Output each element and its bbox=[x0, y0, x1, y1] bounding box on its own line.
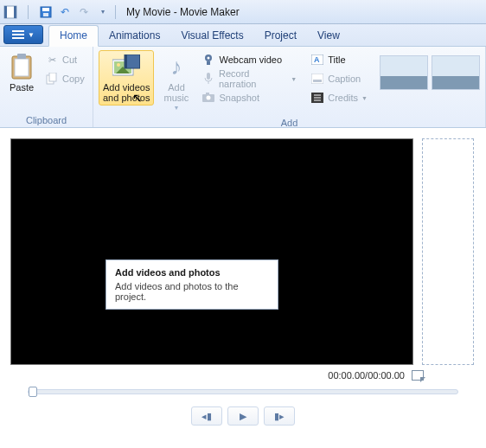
chevron-down-icon: ▼ bbox=[291, 76, 297, 82]
webcam-label: Webcam video bbox=[219, 54, 282, 65]
step-forward-icon: ▮▸ bbox=[274, 411, 285, 422]
record-label: Record narration bbox=[219, 68, 287, 89]
add-music-button[interactable]: ♪ Add music ▼ bbox=[157, 50, 195, 116]
cut-button[interactable]: ✂ Cut bbox=[42, 50, 88, 69]
svg-text:A: A bbox=[314, 55, 320, 64]
tooltip: Add videos and photos Add videos and pho… bbox=[106, 259, 278, 310]
copy-label: Copy bbox=[62, 74, 85, 84]
svg-point-24 bbox=[207, 96, 211, 100]
cursor-icon: ↖ bbox=[132, 93, 143, 103]
ribbon-tabs: ▼ Home Animations Visual Effects Project… bbox=[0, 24, 486, 47]
credits-button[interactable]: Credits ▼ bbox=[307, 88, 371, 107]
chevron-down-icon: ▼ bbox=[361, 95, 368, 101]
svg-rect-21 bbox=[207, 73, 210, 80]
svg-rect-16 bbox=[125, 54, 127, 68]
transport-controls: ◂▮ ▶ ▮▸ bbox=[10, 400, 476, 432]
caption-icon bbox=[310, 72, 324, 86]
chevron-down-icon: ▼ bbox=[28, 31, 35, 39]
group-add: Add videos and photos ↖ ♪ Add music ▼ We… bbox=[93, 47, 486, 127]
tooltip-body: Add videos and photos to the project. bbox=[115, 281, 269, 302]
microphone-icon bbox=[201, 72, 214, 86]
svg-rect-20 bbox=[207, 61, 210, 65]
seek-handle[interactable] bbox=[29, 387, 37, 397]
title-bar: ↶ ↷ ▾ My Movie - Movie Maker bbox=[0, 0, 486, 24]
step-back-icon: ◂▮ bbox=[201, 411, 212, 422]
title-icon: A bbox=[310, 53, 324, 67]
group-clipboard: Paste ✂ Cut Copy Clipboard bbox=[0, 47, 93, 127]
svg-rect-2 bbox=[14, 6, 16, 18]
svg-rect-8 bbox=[17, 54, 26, 59]
save-icon[interactable] bbox=[39, 5, 53, 19]
theme-thumb[interactable] bbox=[432, 55, 480, 90]
quick-access-toolbar: ↶ ↷ ▾ bbox=[3, 5, 110, 19]
file-menu-button[interactable]: ▼ bbox=[3, 25, 43, 44]
caption-button[interactable]: Caption bbox=[307, 69, 371, 88]
app-icon bbox=[3, 5, 17, 19]
svg-point-13 bbox=[117, 63, 120, 67]
cut-label: Cut bbox=[62, 54, 77, 65]
webcam-button[interactable]: Webcam video bbox=[198, 50, 300, 69]
webcam-icon bbox=[201, 53, 215, 67]
undo-icon[interactable]: ↶ bbox=[58, 5, 72, 19]
play-icon: ▶ bbox=[240, 411, 246, 422]
svg-rect-1 bbox=[4, 6, 7, 18]
tab-view[interactable]: View bbox=[307, 26, 350, 46]
svg-rect-29 bbox=[313, 80, 322, 82]
add-music-label: Add music bbox=[160, 82, 192, 103]
copy-icon bbox=[45, 72, 59, 86]
timecode-row: 00:00.00/00:00.00 bbox=[10, 365, 476, 384]
add-videos-button[interactable]: Add videos and photos ↖ bbox=[99, 50, 154, 106]
chevron-down-icon: ▼ bbox=[173, 103, 179, 113]
copy-button[interactable]: Copy bbox=[42, 69, 88, 88]
theme-thumb[interactable] bbox=[380, 55, 428, 90]
work-area: Add videos and photos Add videos and pho… bbox=[0, 128, 486, 443]
add-videos-label: Add videos and photos bbox=[101, 82, 151, 103]
tab-animations[interactable]: Animations bbox=[99, 26, 170, 46]
group-clipboard-label: Clipboard bbox=[5, 113, 87, 125]
qat-dropdown-icon[interactable]: ▾ bbox=[96, 5, 110, 19]
autothemes-gallery[interactable] bbox=[374, 50, 480, 90]
svg-rect-7 bbox=[15, 59, 29, 76]
tab-home[interactable]: Home bbox=[48, 25, 99, 47]
redo-icon[interactable]: ↷ bbox=[77, 5, 91, 19]
paste-button[interactable]: Paste bbox=[5, 50, 38, 95]
preview-pane bbox=[10, 138, 413, 365]
paste-label: Paste bbox=[10, 82, 34, 93]
snapshot-label: Snapshot bbox=[219, 93, 259, 103]
svg-point-19 bbox=[208, 57, 210, 60]
tooltip-title: Add videos and photos bbox=[115, 267, 269, 278]
ribbon: Paste ✂ Cut Copy Clipboard bbox=[0, 47, 486, 128]
play-button[interactable]: ▶ bbox=[227, 406, 259, 426]
fullscreen-icon[interactable] bbox=[412, 370, 424, 381]
credits-label: Credits bbox=[328, 93, 358, 103]
svg-rect-5 bbox=[43, 13, 48, 16]
group-add-label: Add bbox=[99, 116, 480, 128]
tab-project[interactable]: Project bbox=[254, 26, 307, 46]
seek-slider[interactable] bbox=[28, 389, 458, 394]
caption-label: Caption bbox=[328, 74, 361, 84]
scissors-icon: ✂ bbox=[45, 53, 59, 67]
next-frame-button[interactable]: ▮▸ bbox=[264, 406, 295, 426]
credits-icon bbox=[310, 91, 324, 105]
storyboard-dropzone[interactable] bbox=[422, 138, 474, 365]
timecode: 00:00.00/00:00.00 bbox=[328, 370, 405, 381]
svg-rect-10 bbox=[49, 73, 56, 81]
title-label: Title bbox=[328, 54, 345, 65]
photo-video-icon bbox=[112, 53, 140, 80]
snapshot-button[interactable]: Snapshot bbox=[198, 88, 300, 107]
svg-rect-17 bbox=[139, 54, 140, 68]
prev-frame-button[interactable]: ◂▮ bbox=[191, 406, 222, 426]
svg-rect-25 bbox=[206, 93, 209, 95]
svg-rect-28 bbox=[311, 74, 323, 84]
music-icon: ♪ bbox=[163, 53, 190, 80]
svg-rect-4 bbox=[42, 8, 49, 11]
camera-icon bbox=[201, 91, 215, 105]
clipboard-icon bbox=[8, 53, 35, 80]
tab-visual-effects[interactable]: Visual Effects bbox=[170, 26, 253, 46]
title-button[interactable]: A Title bbox=[307, 50, 371, 69]
record-narration-button[interactable]: Record narration ▼ bbox=[198, 69, 300, 88]
window-title: My Movie - Movie Maker bbox=[126, 6, 240, 18]
